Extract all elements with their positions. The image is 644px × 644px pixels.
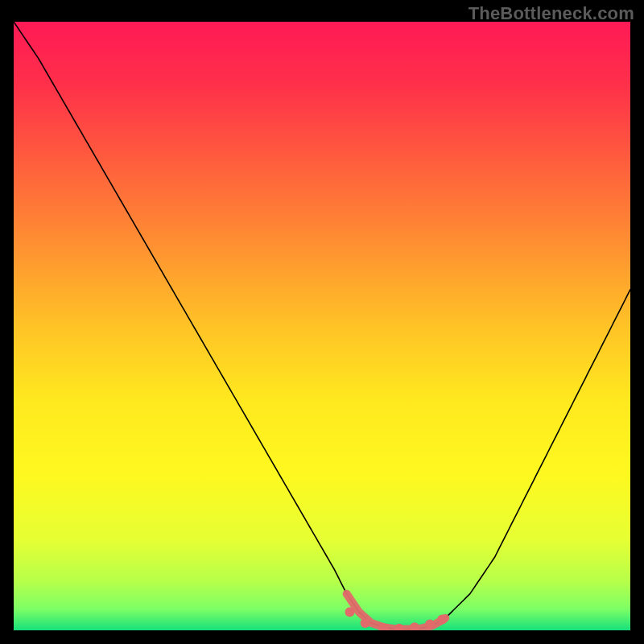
svg-point-1 [361,618,370,628]
gradient-background [14,22,630,630]
chart-container: TheBottleneck.com [0,0,644,644]
bottleneck-curve-chart [14,22,630,630]
watermark-text: TheBottleneck.com [469,3,634,24]
svg-point-0 [345,607,354,617]
svg-point-6 [437,614,447,624]
svg-point-5 [425,619,435,629]
plot-area [14,22,630,630]
